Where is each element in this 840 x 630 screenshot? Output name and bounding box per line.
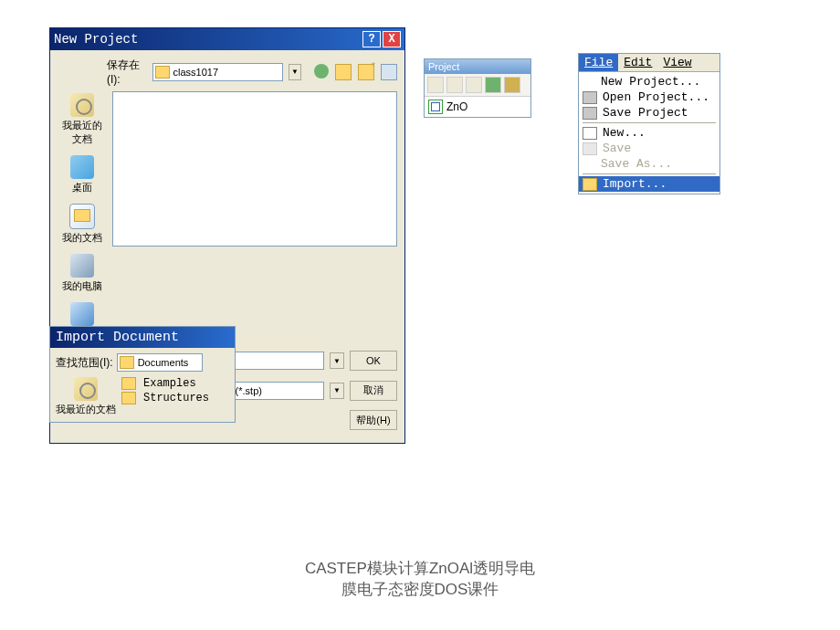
help-icon[interactable]: ?	[362, 31, 381, 47]
nav-toolbar	[314, 64, 397, 80]
chevron-down-icon[interactable]: ▼	[289, 64, 301, 80]
docs-icon	[69, 204, 95, 229]
place-docs-label: 我的文档	[62, 231, 102, 245]
place-recent-label: 我最近的文档	[58, 119, 107, 146]
import-lookin-label: 查找范围(I):	[56, 355, 113, 371]
file-list-area[interactable]	[112, 91, 397, 247]
menu-import[interactable]: Import...	[579, 176, 719, 192]
import-folder-list: Examples Structures	[121, 377, 229, 416]
lookin-row: 保存在(I): class1017 ▼	[107, 58, 397, 86]
project-toolbar	[425, 74, 530, 97]
caption-line2: 膜电子态密度DOS课件	[0, 580, 840, 601]
refresh-icon[interactable]	[485, 77, 501, 93]
folder-label: Examples	[143, 377, 196, 390]
menu-separator	[583, 173, 716, 174]
menu-new-project[interactable]: New Project...	[579, 74, 719, 89]
menu-file[interactable]: File	[579, 54, 618, 71]
menu-new[interactable]: New...	[579, 125, 719, 141]
lookin-value: class1017	[173, 67, 280, 78]
menubar: File Edit View	[579, 54, 719, 72]
computer-icon	[70, 254, 94, 278]
up-folder-icon[interactable]	[335, 64, 352, 80]
caption-line1: CASTEP模块计算ZnOAl透明导电	[0, 559, 840, 580]
project-panel-header: Project	[425, 59, 530, 74]
blank-icon	[583, 77, 595, 88]
menu-label: New Project...	[601, 75, 700, 89]
folder-icon	[120, 356, 134, 369]
import-lookin-value: Documents	[138, 357, 189, 368]
view-mode-icon[interactable]	[381, 64, 397, 80]
menu-list: New Project... Open Project... Save Proj…	[579, 72, 719, 194]
menu-label: New...	[603, 126, 646, 140]
cancel-button[interactable]: 取消	[350, 381, 397, 401]
menu-open-project[interactable]: Open Project...	[579, 89, 719, 105]
menu-label: Open Project...	[603, 90, 709, 104]
folder-icon	[121, 377, 136, 390]
close-icon[interactable]: X	[383, 31, 401, 47]
menu-label: Save	[603, 142, 631, 155]
menu-label: Save As...	[601, 157, 672, 171]
place-computer[interactable]: 我的电脑	[62, 254, 102, 293]
blank-icon	[583, 159, 595, 170]
recent-icon	[74, 377, 98, 401]
import-icon	[583, 178, 597, 191]
desktop-icon	[70, 155, 94, 179]
open-folder-icon[interactable]	[466, 77, 482, 93]
chevron-down-icon[interactable]: ▼	[330, 383, 344, 399]
ok-button[interactable]: OK	[350, 351, 397, 371]
menu-label: Import...	[603, 177, 667, 191]
dialog-title: New Project	[54, 32, 138, 47]
lookin-select[interactable]: class1017	[152, 63, 283, 81]
lookin-label: 保存在(I):	[107, 58, 147, 86]
menu-label: Save Project	[603, 106, 688, 120]
new-file-icon[interactable]	[427, 77, 444, 93]
titlebar: New Project ? X	[50, 28, 404, 50]
place-desktop[interactable]: 桌面	[70, 155, 94, 194]
project-item-zno[interactable]: ZnO	[425, 97, 530, 117]
titlebar-buttons: ? X	[362, 31, 401, 47]
delete-icon[interactable]	[446, 77, 463, 93]
menu-save: Save	[579, 141, 719, 156]
file-menu-panel: File Edit View New Project... Open Proje…	[578, 53, 720, 194]
save-icon	[583, 107, 597, 120]
folder-icon	[121, 392, 136, 404]
menu-save-as: Save As...	[579, 156, 719, 172]
import-place-recent[interactable]: 我最近的文档	[56, 377, 116, 416]
save-icon	[583, 142, 597, 155]
menu-save-project[interactable]: Save Project	[579, 105, 719, 121]
project-panel: Project ZnO	[424, 58, 531, 118]
help-button[interactable]: 帮助(H)	[350, 410, 397, 430]
place-computer-label: 我的电脑	[62, 279, 102, 293]
folder-label: Structures	[143, 392, 209, 404]
import-folder-structures[interactable]: Structures	[121, 392, 229, 404]
place-docs[interactable]: 我的文档	[62, 204, 102, 245]
import-folder-examples[interactable]: Examples	[121, 377, 229, 390]
new-doc-icon	[583, 127, 597, 140]
recent-icon	[70, 93, 94, 117]
network-icon	[70, 302, 94, 326]
open-icon	[583, 91, 597, 104]
place-recent[interactable]: 我最近的文档	[58, 93, 107, 146]
book-icon[interactable]	[504, 77, 520, 93]
folder-icon	[155, 66, 170, 79]
import-lookin-row: 查找范围(I): Documents	[56, 353, 229, 372]
import-document-dialog: Import Document 查找范围(I): Documents 我最近的文…	[49, 326, 236, 423]
import-body: 查找范围(I): Documents 我最近的文档 Examples Struc…	[50, 348, 235, 422]
menu-separator	[583, 122, 716, 123]
place-desktop-label: 桌面	[72, 181, 92, 194]
places-file-row: 我最近的文档 桌面 我的文档 我的电脑 网上邻居	[58, 91, 397, 341]
menu-edit[interactable]: Edit	[618, 54, 657, 71]
back-icon[interactable]	[314, 64, 329, 79]
import-lookin-select[interactable]: Documents	[117, 353, 203, 372]
menu-view[interactable]: View	[657, 54, 697, 71]
places-bar: 我最近的文档 桌面 我的文档 我的电脑 网上邻居	[58, 91, 107, 341]
chevron-down-icon[interactable]: ▼	[330, 352, 344, 369]
import-title: Import Document	[50, 327, 235, 348]
project-item-label: ZnO	[446, 100, 467, 113]
slide-caption: CASTEP模块计算ZnOAl透明导电 膜电子态密度DOS课件	[0, 559, 840, 601]
import-recent-label: 我最近的文档	[56, 403, 116, 416]
new-folder-icon[interactable]	[358, 64, 374, 80]
project-file-icon	[428, 100, 443, 114]
import-content: 我最近的文档 Examples Structures	[56, 377, 229, 416]
